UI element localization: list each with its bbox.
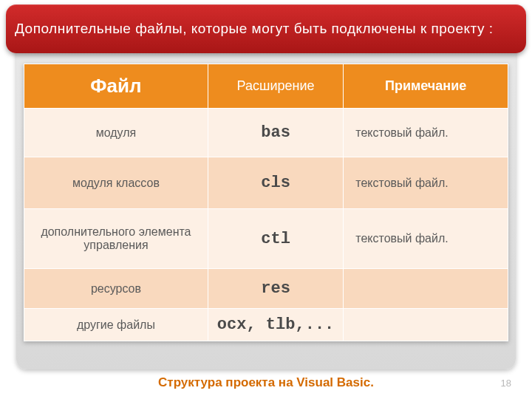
table-row: другие файлы ocx, tlb,... bbox=[24, 309, 508, 341]
cell-file: ресурсов bbox=[24, 269, 208, 309]
cell-file: модуля классов bbox=[24, 157, 208, 209]
page-number: 18 bbox=[501, 378, 511, 389]
cell-extension: ocx, tlb,... bbox=[208, 309, 343, 341]
table-row: дополнительного элемента управления ctl … bbox=[24, 209, 508, 269]
cell-extension: ctl bbox=[208, 209, 343, 269]
cell-note bbox=[344, 309, 508, 341]
cell-file: другие файлы bbox=[24, 309, 208, 341]
table-row: модуля классов cls текстовый файл. bbox=[24, 157, 508, 209]
footer-title: Структура проекта на Visual Basic. bbox=[0, 375, 532, 390]
slide-title: Дополнительные файлы, которые могут быть… bbox=[15, 21, 494, 37]
files-table-container: Файл Расширение Примечание модуля bas те… bbox=[24, 64, 508, 341]
cell-extension: cls bbox=[208, 157, 343, 209]
cell-file: дополнительного элемента управления bbox=[24, 209, 208, 269]
cell-extension: bas bbox=[208, 109, 343, 157]
title-bar: Дополнительные файлы, которые могут быть… bbox=[6, 4, 526, 53]
cell-note bbox=[344, 269, 508, 309]
cell-note: текстовый файл. bbox=[344, 109, 508, 157]
header-note: Примечание bbox=[344, 64, 508, 109]
cell-file: модуля bbox=[24, 109, 208, 157]
cell-note: текстовый файл. bbox=[344, 209, 508, 269]
header-file: Файл bbox=[24, 64, 208, 109]
cell-extension: res bbox=[208, 269, 343, 309]
header-extension: Расширение bbox=[208, 64, 343, 109]
files-table: Файл Расширение Примечание модуля bas те… bbox=[24, 64, 508, 341]
cell-note: текстовый файл. bbox=[344, 157, 508, 209]
table-row: модуля bas текстовый файл. bbox=[24, 109, 508, 157]
table-row: ресурсов res bbox=[24, 269, 508, 309]
